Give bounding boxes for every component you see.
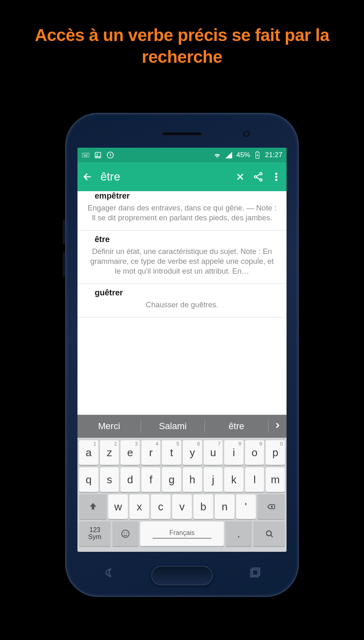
letter-key-h[interactable]: h: [183, 467, 202, 492]
period-key[interactable]: .: [225, 521, 252, 546]
keyboard-suggestion[interactable]: être: [205, 420, 268, 433]
svg-point-18: [124, 533, 125, 533]
letter-key-a[interactable]: a1: [79, 440, 98, 465]
hw-recent-button[interactable]: [248, 567, 262, 579]
keyboard-suggestion-bar: Merci Salami être: [77, 415, 287, 438]
letter-key-r[interactable]: r4: [141, 440, 161, 465]
share-icon[interactable]: [253, 171, 264, 182]
clock: 21:27: [265, 151, 282, 159]
letter-key-q[interactable]: q: [79, 467, 98, 492]
svg-point-14: [275, 173, 277, 174]
letter-key-g[interactable]: g: [162, 467, 181, 492]
svg-point-16: [275, 179, 277, 181]
keyboard-row-1: a1z2e3r4t5y6u7i8o9p0: [79, 440, 285, 465]
overflow-menu-icon[interactable]: [271, 171, 282, 182]
svg-point-17: [122, 530, 129, 537]
spacebar-key[interactable]: Français: [140, 521, 224, 546]
result-definition: Définir un état, une caractéristique du …: [86, 247, 278, 276]
letter-key-s[interactable]: s: [100, 467, 119, 492]
svg-point-20: [266, 531, 271, 536]
keyboard-suggestion[interactable]: Merci: [77, 420, 141, 433]
volume-up-button: [63, 219, 65, 244]
keyboard-indicator-icon: [82, 151, 90, 159]
letter-key-z[interactable]: z2: [100, 440, 119, 465]
letter-key-x[interactable]: x: [130, 494, 149, 519]
symbols-key[interactable]: 123 Sym: [79, 521, 111, 546]
phone-frame: 45% 21:27 être empêtrer Engager dans des…: [65, 113, 299, 597]
hw-back-button[interactable]: [102, 567, 116, 579]
earpiece: [162, 132, 202, 136]
keyboard-row-4: 123 Sym Français .: [79, 521, 285, 546]
keyboard-suggestion[interactable]: Salami: [141, 420, 205, 433]
svg-point-7: [97, 154, 98, 155]
letter-key-t[interactable]: t5: [162, 440, 181, 465]
suggestion-expand-icon[interactable]: [268, 420, 287, 433]
letter-key-f[interactable]: f: [141, 467, 161, 492]
result-word: être: [86, 235, 278, 244]
svg-rect-5: [84, 155, 87, 156]
letter-key-u[interactable]: u7: [204, 440, 223, 465]
letter-key-w[interactable]: w: [108, 494, 128, 519]
wifi-icon: [213, 151, 221, 159]
letter-key-l[interactable]: l: [245, 467, 264, 492]
backspace-key[interactable]: [257, 494, 285, 519]
search-key[interactable]: [253, 521, 285, 546]
shift-key[interactable]: [79, 494, 107, 519]
letter-key-k[interactable]: k: [224, 467, 243, 492]
result-word: guêtrer: [86, 288, 278, 297]
result-definition: Engager dans des entraves, dans ce qui g…: [86, 203, 278, 223]
soft-keyboard: Merci Salami être a1z2e3r4t5y6u7i8o9p0 q…: [77, 415, 287, 552]
volume-down-button: [63, 252, 65, 277]
apostrophe-key[interactable]: ': [236, 494, 256, 519]
letter-key-n[interactable]: n: [215, 494, 234, 519]
battery-charging-icon: [253, 151, 262, 159]
svg-rect-0: [82, 153, 89, 157]
letter-key-y[interactable]: y6: [183, 440, 202, 465]
svg-rect-4: [87, 154, 88, 155]
screenshot-saved-icon: [94, 151, 102, 159]
search-input[interactable]: être: [100, 170, 228, 183]
svg-rect-2: [85, 154, 86, 155]
hw-home-button[interactable]: [151, 566, 213, 585]
letter-key-c[interactable]: c: [151, 494, 171, 519]
result-word: empêtrer: [86, 191, 278, 201]
battery-percent: 45%: [236, 151, 250, 159]
app-bar: être: [77, 162, 287, 191]
promo-headline: Accès à un verbe précis se fait par la r…: [0, 0, 364, 68]
letter-key-j[interactable]: j: [204, 467, 223, 492]
svg-rect-10: [257, 151, 258, 152]
result-item[interactable]: être Définir un état, une caractéristiqu…: [77, 231, 287, 284]
svg-point-15: [275, 176, 277, 178]
letter-key-b[interactable]: b: [193, 494, 213, 519]
letter-key-d[interactable]: d: [121, 467, 140, 492]
keyboard-row-2: qsdfghjklm: [79, 467, 285, 492]
phone-screen: 45% 21:27 être empêtrer Engager dans des…: [77, 148, 287, 552]
svg-rect-1: [83, 154, 84, 155]
letter-key-i[interactable]: i8: [224, 440, 243, 465]
status-bar: 45% 21:27: [77, 148, 287, 162]
result-item[interactable]: empêtrer Engager dans des entraves, dans…: [77, 191, 287, 231]
letter-key-o[interactable]: o9: [245, 440, 264, 465]
clear-icon[interactable]: [235, 171, 246, 182]
result-item[interactable]: guêtrer Chausser de guêtres.: [77, 284, 287, 318]
front-camera: [243, 130, 250, 137]
letter-key-e[interactable]: e3: [121, 440, 140, 465]
search-results[interactable]: empêtrer Engager dans des entraves, dans…: [77, 191, 287, 415]
keyboard-row-3: wxcvbn ': [79, 494, 285, 519]
letter-key-m[interactable]: m: [266, 467, 285, 492]
letter-key-v[interactable]: v: [172, 494, 192, 519]
emoji-key[interactable]: [112, 521, 139, 546]
svg-rect-3: [86, 154, 87, 155]
signal-icon: [225, 151, 233, 159]
letter-key-p[interactable]: p0: [266, 440, 285, 465]
back-arrow-icon[interactable]: [82, 171, 93, 182]
svg-point-19: [126, 533, 127, 533]
sync-icon: [106, 151, 114, 159]
result-definition: Chausser de guêtres.: [86, 300, 278, 310]
